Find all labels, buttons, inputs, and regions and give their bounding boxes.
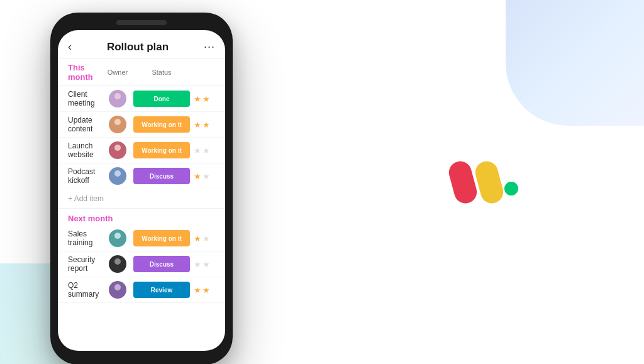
status-badge: Done (133, 91, 190, 107)
stars-cell: ★ ★ (190, 285, 215, 295)
column-headers: This month Owner Status (58, 59, 225, 86)
svg-point-6 (114, 170, 121, 177)
table-row[interactable]: Q2 summary Review ★ ★ (58, 277, 225, 303)
avatar (109, 281, 126, 299)
star-2[interactable]: ★ (203, 120, 210, 130)
svg-point-7 (113, 178, 123, 184)
owner-cell (102, 90, 133, 108)
status-column-header: Status (133, 69, 190, 76)
more-menu-button[interactable]: ··· (204, 40, 215, 53)
task-name: Update content (68, 116, 102, 133)
svg-point-10 (114, 258, 121, 265)
owner-cell (102, 255, 133, 273)
star-2[interactable]: ★ (203, 234, 210, 243)
svg-point-13 (113, 292, 123, 298)
this-month-label: This month (68, 63, 102, 82)
star-1[interactable]: ★ (194, 285, 201, 295)
task-name: Podcast kickoff (68, 167, 102, 185)
table-row[interactable]: Sales training Working on it ★ ★ (58, 226, 225, 251)
svg-point-2 (114, 119, 121, 125)
add-item-button[interactable]: + Add item (58, 189, 225, 208)
table-row[interactable]: Launch website Working on it ★ ★ (58, 138, 225, 163)
star-2[interactable]: ★ (203, 146, 210, 155)
bg-decoration-top-right (506, 0, 644, 126)
logo-pill-red (447, 158, 479, 206)
phone-notch (116, 20, 167, 25)
star-1[interactable]: ★ (194, 146, 201, 155)
svg-point-8 (114, 233, 121, 239)
owner-cell (102, 229, 133, 247)
logo-pills (452, 161, 501, 204)
star-2[interactable]: ★ (203, 285, 210, 295)
star-1[interactable]: ★ (194, 172, 201, 181)
logo-pill-yellow (473, 158, 506, 206)
owner-cell (102, 281, 133, 299)
stars-cell: ★ ★ (190, 120, 215, 130)
svg-point-11 (113, 266, 123, 272)
table-row[interactable]: Client meeting Done ★ ★ (58, 86, 225, 112)
table-row[interactable]: Security report Discuss ★ ★ (58, 251, 225, 277)
svg-point-9 (113, 240, 123, 246)
status-badge: Working on it (133, 142, 190, 158)
page-title: Rollout plan (107, 41, 169, 53)
phone-mockup: ‹ Rollout plan ··· This month Owner Stat… (50, 13, 252, 364)
star-1[interactable]: ★ (194, 120, 201, 130)
avatar (109, 167, 126, 185)
star-2[interactable]: ★ (203, 172, 210, 181)
back-button[interactable]: ‹ (68, 40, 72, 53)
owner-column-header: Owner (102, 69, 133, 76)
task-name: Client meeting (68, 90, 102, 108)
svg-point-5 (113, 152, 123, 158)
status-badge: Review (133, 282, 190, 298)
star-1[interactable]: ★ (194, 260, 201, 269)
task-name: Q2 summary (68, 281, 102, 299)
avatar (109, 255, 126, 273)
owner-cell (102, 141, 133, 159)
table-row[interactable]: Update content Working on it ★ ★ (58, 112, 225, 138)
avatar (109, 141, 126, 159)
monday-logo (452, 161, 518, 204)
avatar (109, 229, 126, 247)
status-badge: Discuss (133, 168, 190, 184)
phone-screen: ‹ Rollout plan ··· This month Owner Stat… (58, 30, 225, 351)
stars-cell: ★ ★ (190, 94, 215, 104)
stars-cell: ★ ★ (190, 146, 215, 155)
star-2[interactable]: ★ (203, 94, 210, 104)
owner-cell (102, 116, 133, 133)
star-1[interactable]: ★ (194, 234, 201, 243)
svg-point-1 (113, 101, 123, 107)
svg-point-4 (114, 145, 121, 151)
task-name: Sales training (68, 229, 102, 247)
status-badge: Discuss (133, 256, 190, 272)
status-badge: Working on it (133, 230, 190, 246)
stars-cell: ★ ★ (190, 260, 215, 269)
svg-point-12 (114, 284, 121, 290)
next-month-label: Next month (58, 208, 225, 226)
task-name: Security report (68, 255, 102, 273)
status-badge: Working on it (133, 116, 190, 133)
stars-cell: ★ ★ (190, 234, 215, 243)
owner-cell (102, 167, 133, 185)
star-2[interactable]: ★ (203, 260, 210, 269)
phone-frame: ‹ Rollout plan ··· This month Owner Stat… (50, 13, 233, 364)
svg-point-0 (114, 93, 121, 99)
app-header: ‹ Rollout plan ··· (58, 30, 225, 59)
logo-dot (504, 182, 518, 196)
svg-point-3 (113, 126, 123, 133)
avatar (109, 116, 126, 133)
table-row[interactable]: Podcast kickoff Discuss ★ ★ (58, 163, 225, 189)
stars-cell: ★ ★ (190, 172, 215, 181)
star-1[interactable]: ★ (194, 94, 201, 104)
task-name: Launch website (68, 141, 102, 159)
avatar (109, 90, 126, 108)
